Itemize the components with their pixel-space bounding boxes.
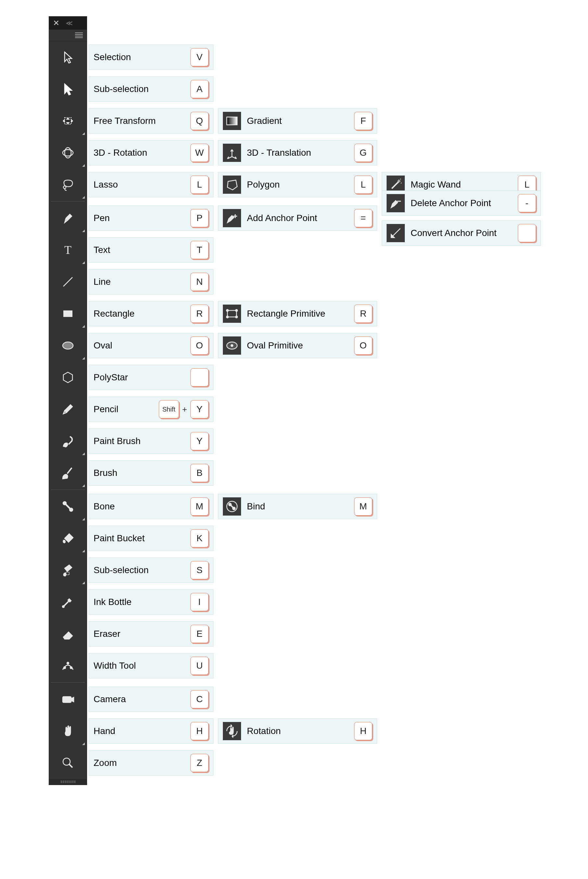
plus-icon: +	[181, 404, 188, 415]
svg-point-25	[67, 662, 69, 664]
flyout-indicator-icon	[82, 261, 85, 264]
tool-bone[interactable]	[49, 491, 87, 522]
tool-3d-rotation[interactable]	[49, 137, 87, 169]
tool-name: Pen	[93, 213, 190, 223]
tool-label-rotation: Rotation H	[218, 718, 377, 744]
tool-name: Eraser	[93, 629, 190, 639]
shortcut-key: H	[190, 722, 208, 740]
tool-hand[interactable]	[49, 715, 87, 747]
tool-polystar[interactable]	[49, 362, 87, 393]
shortcut-key: I	[190, 593, 208, 611]
shortcut-key: O	[354, 337, 372, 355]
rectangle-icon	[58, 304, 78, 323]
tool-name: Convert Anchor Point	[411, 228, 518, 238]
tool-label-free-transform: Free Transform Q	[88, 108, 213, 134]
svg-rect-26	[63, 697, 71, 702]
tool-name: Ink Bottle	[93, 597, 190, 607]
flyout-indicator-icon	[82, 325, 85, 328]
tool-free-transform[interactable]	[49, 105, 87, 137]
tool-rectangle[interactable]	[49, 298, 87, 330]
tool-pen[interactable]	[49, 202, 87, 234]
flyout-indicator-icon	[82, 196, 85, 198]
svg-point-27	[63, 758, 70, 765]
shortcut-key: M	[354, 497, 372, 515]
tool-name: Camera	[93, 694, 190, 705]
paint-bucket-icon	[58, 529, 78, 548]
tool-eraser[interactable]	[49, 618, 87, 650]
shortcut-key: T	[190, 241, 208, 259]
tool-oval[interactable]	[49, 330, 87, 362]
panel-menu-row	[49, 30, 87, 41]
panel-resize-grip[interactable]	[49, 779, 87, 785]
camera-icon	[58, 690, 78, 709]
tool-name: Oval	[93, 340, 190, 351]
tool-camera[interactable]	[49, 683, 87, 715]
ink-bottle-icon	[58, 592, 78, 612]
tool-name: Zoom	[93, 758, 190, 768]
tool-selection[interactable]	[49, 41, 87, 73]
svg-point-23	[64, 667, 66, 669]
tool-name: Hand	[93, 726, 190, 736]
tool-label-pencil: Pencil Shift + Y	[88, 397, 213, 422]
free-transform-icon	[58, 111, 78, 131]
tool-name: Oval Primitive	[247, 340, 354, 351]
tool-name: Polygon	[247, 179, 354, 190]
tool-label-oval: Oval O	[88, 333, 213, 358]
tool-name: Width Tool	[93, 661, 190, 671]
3d-translation-icon	[223, 144, 241, 162]
svg-rect-7	[63, 311, 72, 317]
bone-icon	[58, 497, 78, 516]
tool-label-bind: Bind M	[218, 494, 377, 519]
tool-sub-selection-2[interactable]	[49, 554, 87, 586]
pen-icon	[58, 208, 78, 228]
svg-point-20	[232, 507, 235, 510]
shortcut-key: H	[354, 722, 372, 740]
pencil-icon	[58, 400, 78, 419]
tool-name: Sub-selection	[93, 84, 190, 94]
tool-label-width-tool: Width Tool U	[88, 653, 213, 678]
tool-label-oval-prim: Oval Primitive O	[218, 333, 377, 358]
shortcut-key: C	[190, 690, 208, 708]
tool-text[interactable]: T	[49, 234, 87, 266]
panel-menu-icon[interactable]	[75, 33, 83, 38]
tool-label-rectangle: Rectangle R	[88, 301, 213, 326]
tool-label-text: Text T	[88, 237, 213, 263]
tool-name: Bone	[93, 501, 190, 512]
svg-point-13	[63, 342, 73, 349]
flyout-indicator-icon	[82, 357, 85, 359]
tool-width-tool[interactable]	[49, 650, 87, 682]
tool-label-line: Line N	[88, 269, 213, 295]
tool-paint-bucket[interactable]	[49, 522, 87, 554]
svg-point-4	[63, 186, 66, 189]
tool-line[interactable]	[49, 266, 87, 298]
shortcut-key: W	[190, 144, 208, 162]
tool-pencil[interactable]	[49, 393, 87, 425]
tool-name: 3D - Rotation	[93, 147, 190, 158]
tools-panel: ✕ ≪ Selection V Sub-selection A	[49, 16, 87, 785]
tool-zoom[interactable]	[49, 747, 87, 779]
svg-rect-8	[227, 311, 237, 317]
tool-brush[interactable]	[49, 457, 87, 489]
collapse-icon[interactable]: ≪	[66, 19, 71, 27]
tool-sub-selection[interactable]	[49, 73, 87, 105]
svg-rect-21	[66, 572, 69, 575]
svg-point-15	[231, 344, 233, 347]
tool-paint-brush[interactable]	[49, 425, 87, 457]
close-icon[interactable]: ✕	[53, 18, 60, 28]
tool-name: Lasso	[93, 179, 190, 190]
svg-point-24	[70, 667, 72, 669]
tool-lasso[interactable]	[49, 169, 87, 201]
shortcut-key	[518, 224, 536, 242]
bind-icon	[223, 497, 241, 515]
brush-icon	[58, 463, 78, 483]
tool-name: Rectangle	[93, 308, 190, 319]
add-anchor-icon	[223, 209, 241, 227]
shortcut-key: R	[354, 305, 372, 323]
tool-ink-bottle[interactable]	[49, 586, 87, 618]
shortcut-key: O	[190, 337, 208, 355]
tool-name: Add Anchor Point	[247, 213, 354, 223]
section-divider	[51, 201, 85, 201]
tool-label-3d-translation: 3D - Translation G	[218, 140, 377, 165]
tool-name: Line	[93, 276, 190, 287]
tool-label-add-anchor: Add Anchor Point =	[218, 206, 377, 231]
